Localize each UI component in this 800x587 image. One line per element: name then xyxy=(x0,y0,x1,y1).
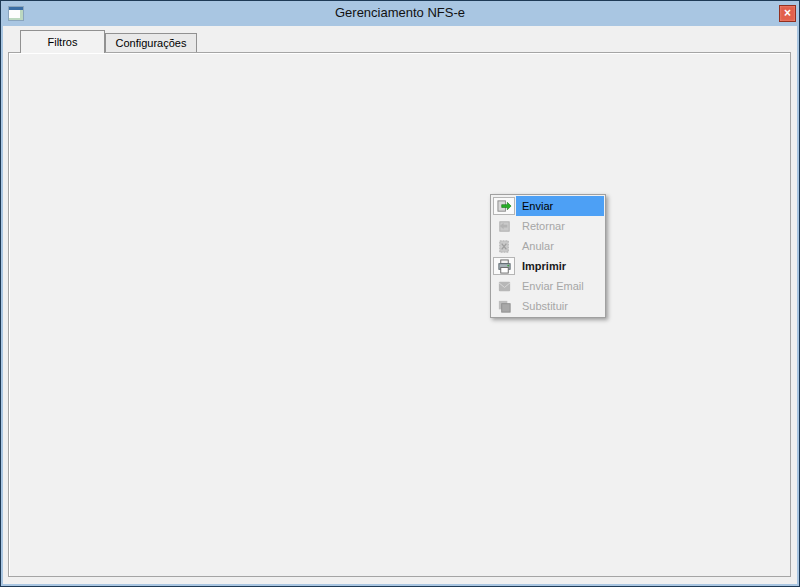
send-icon xyxy=(493,197,515,215)
menu-item-label: Anular xyxy=(516,236,604,256)
email-icon xyxy=(492,276,516,296)
context-menu: Enviar Retornar Anular Imprimir Enviar E… xyxy=(490,194,606,318)
menu-item-enviar[interactable]: Enviar xyxy=(492,196,604,216)
menu-item-label: Substituir xyxy=(516,296,604,316)
menu-item-label: Imprimir xyxy=(516,256,604,276)
menu-item-anular[interactable]: Anular xyxy=(492,236,604,256)
return-icon xyxy=(492,216,516,236)
titlebar[interactable]: Gerenciamento NFS-e × xyxy=(1,1,799,26)
tab-page xyxy=(8,52,791,577)
menu-item-label: Enviar Email xyxy=(516,276,604,296)
menu-item-imprimir[interactable]: Imprimir xyxy=(492,256,604,276)
menu-item-label: Enviar xyxy=(516,196,604,216)
menu-item-substituir[interactable]: Substituir xyxy=(492,296,604,316)
window-title: Gerenciamento NFS-e xyxy=(1,5,799,20)
nfse-management-window: Gerenciamento NFS-e × Filtros Configuraç… xyxy=(0,0,800,587)
close-icon[interactable]: × xyxy=(779,5,796,22)
print-icon xyxy=(493,257,515,275)
menu-item-retornar[interactable]: Retornar xyxy=(492,216,604,236)
cancel-note-icon xyxy=(492,236,516,256)
tab-filtros[interactable]: Filtros xyxy=(20,30,105,53)
menu-item-label: Retornar xyxy=(516,216,604,236)
substitute-icon xyxy=(492,296,516,316)
menu-item-enviar-email[interactable]: Enviar Email xyxy=(492,276,604,296)
tab-configuracoes[interactable]: Configurações xyxy=(105,33,197,53)
